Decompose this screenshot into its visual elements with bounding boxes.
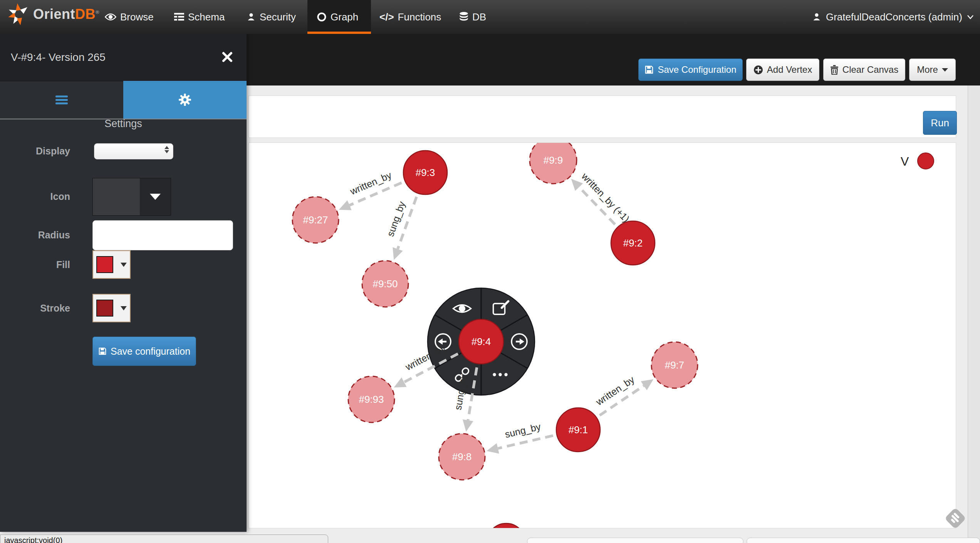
ellipsis-icon [493,373,496,376]
user-icon [247,12,256,22]
orientdb-wordmark: OrientDB® [33,6,99,22]
add-vertex-button[interactable]: Add Vertex [746,59,819,81]
graph-node-#9:4[interactable]: #9:4 [459,319,503,364]
node-rid-label: #9:93 [359,394,384,405]
edge-label: sung_by [385,200,408,238]
run-query-button[interactable]: Run [923,111,957,135]
graph-node-#9:8[interactable]: #9:8 [439,434,485,480]
circle-o-icon [317,12,327,22]
node-rid-label: #9:27 [303,214,328,226]
edge-label: written_by (+1) [579,171,632,225]
fill-color-picker[interactable] [92,250,131,279]
tab-settings[interactable] [123,81,247,119]
radial-more-button[interactable] [493,373,507,376]
save-configuration-button[interactable]: Save Configuration [638,59,743,81]
caret-down-icon [942,68,948,72]
nav-security[interactable]: Security [247,0,296,34]
nav-functions[interactable]: </> Functions [379,0,441,34]
node-rid-label: #9:4 [472,336,491,347]
graph-edge[interactable]: written_by [594,374,653,416]
graph-node-#9:93[interactable]: #9:93 [348,376,394,422]
chevron-down-icon [967,15,974,19]
orientdb-studio-screen: OrientDB® Browse Schema Security [0,0,980,543]
icon-label: Icon [0,191,70,202]
display-label: Display [0,146,70,157]
nav-schema[interactable]: Schema [174,0,225,34]
radius-input[interactable] [92,220,233,250]
save-icon [644,65,654,74]
canvas-corner-widget[interactable] [945,508,966,529]
triangle-down-icon [121,263,127,267]
settings-heading: Settings [0,118,247,130]
graph-node-partial[interactable] [487,523,525,528]
nav-graph[interactable]: Graph [317,0,358,34]
scrollbar-handle[interactable] [527,538,743,543]
edge-arrowhead [571,179,583,191]
triangle-down-icon [121,306,127,310]
graph-node-#9:1[interactable]: #9:1 [556,408,600,452]
close-icon[interactable] [221,51,233,63]
top-navbar: OrientDB® Browse Schema Security [0,0,980,34]
right-scroll-column[interactable] [968,34,980,543]
edge-arrowhead [393,247,403,260]
ellipsis-icon [498,373,502,376]
panel-tabs [0,81,247,119]
save-configuration-panel-button[interactable]: Save configuration [92,337,196,366]
node-rid-label: #9:8 [452,451,472,463]
edge-label: written_by [594,374,636,408]
dropdown-arrow [140,178,171,215]
graph-node-#9:3[interactable]: #9:3 [403,151,447,194]
stroke-color-swatch [96,300,113,317]
fill-color-swatch [96,256,113,273]
stroke-label: Stroke [0,303,70,314]
node-circle[interactable] [487,523,525,528]
graph-node-#9:27[interactable]: #9:27 [292,197,339,243]
more-button[interactable]: More [909,59,956,81]
table-list-icon [174,13,184,21]
display-select[interactable] [94,143,173,159]
graph-canvas[interactable]: V written_bysung_bywritten_by (+1)writte… [248,142,956,528]
eye-pupil [459,305,465,312]
node-rid-label: #9:9 [544,154,563,166]
graph-node-#9:7[interactable]: #9:7 [651,342,698,388]
graph-svg: V written_bysung_bywritten_by (+1)writte… [249,143,956,528]
radius-label: Radius [0,230,70,241]
icon-preview [93,178,140,215]
edge-arrowhead [463,419,473,432]
clear-canvas-button[interactable]: Clear Canvas [823,59,905,81]
edge-label: written_by [348,169,393,197]
graph-edge[interactable]: written_by [339,169,402,210]
edge-arrowhead [487,443,499,454]
edge-label: sung_by [504,421,542,440]
nav-db[interactable]: DB [459,0,486,34]
orientdb-starburst-icon [8,2,29,26]
tab-properties[interactable] [0,81,123,119]
graph-node-#9:2[interactable]: #9:2 [611,221,655,265]
user-icon [812,12,821,22]
scrollbar-handle[interactable] [747,538,980,543]
code-icon: </> [379,11,394,23]
nav-browse[interactable]: Browse [105,0,154,34]
node-rid-label: #9:1 [569,424,588,436]
icon-dropdown[interactable] [92,178,171,216]
eye-icon [105,13,116,21]
class-legend: V [901,153,934,169]
edge-arrowhead [641,379,654,390]
graph-node-#9:50[interactable]: #9:50 [362,261,408,307]
graph-node-#9:9[interactable]: #9:9 [530,143,577,184]
stroke-color-picker[interactable] [92,294,131,322]
legend-class-label: V [901,154,909,168]
orientdb-logo[interactable]: OrientDB® [8,2,99,26]
select-arrows-icon [164,146,169,153]
plus-circle-icon [753,65,763,75]
browser-status-tooltip: javascript:void(0) [0,535,328,543]
graph-edge[interactable]: sung_by [487,421,553,454]
query-bar[interactable]: Run [248,96,956,138]
user-menu[interactable]: GratefulDeadConcerts (admin) [812,0,974,34]
node-rid-label: #9:50 [373,278,398,290]
graph-edge[interactable]: sung_by [385,197,417,260]
panel-header: V-#9:4- Version 265 [0,34,247,81]
panel-title: V-#9:4- Version 265 [11,34,106,81]
graph-edge[interactable]: written_by (+1) [571,171,631,225]
database-icon [459,12,468,22]
